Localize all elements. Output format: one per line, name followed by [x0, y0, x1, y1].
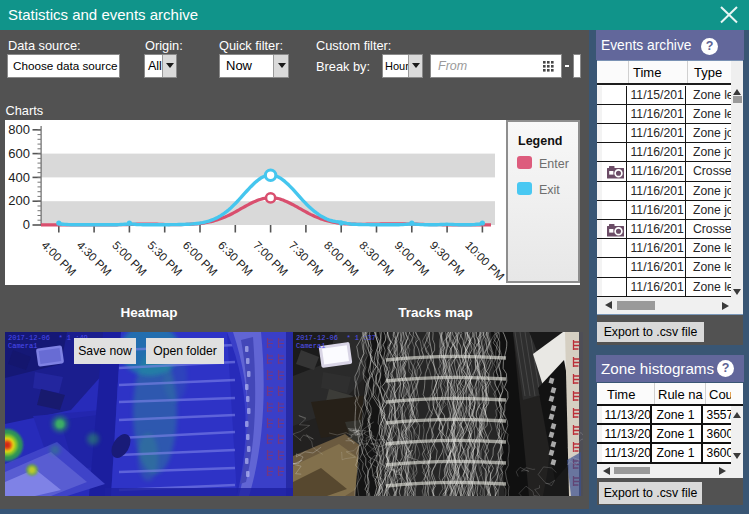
svg-text:Camera1: Camera1	[296, 342, 325, 350]
svg-text:Camera1: Camera1	[8, 342, 37, 350]
svg-text:200: 200	[8, 193, 30, 208]
svg-text:7:30 PM: 7:30 PM	[286, 238, 326, 278]
svg-text:0: 0	[23, 217, 30, 232]
svg-text:600: 600	[8, 146, 30, 161]
svg-text:8:00 PM: 8:00 PM	[322, 238, 362, 278]
svg-text:10:00 PM: 10:00 PM	[463, 238, 507, 282]
svg-text:6:00 PM: 6:00 PM	[181, 238, 221, 278]
svg-text:9:00 PM: 9:00 PM	[392, 238, 432, 278]
svg-text:4:30 PM: 4:30 PM	[75, 238, 115, 278]
svg-text:5:00 PM: 5:00 PM	[110, 238, 150, 278]
svg-text:800: 800	[8, 122, 30, 137]
svg-text:9:30 PM: 9:30 PM	[428, 238, 468, 278]
svg-text:2017-12-06 * 1 :37: 2017-12-06 * 1 :37	[296, 334, 376, 342]
svg-text:8:30 PM: 8:30 PM	[357, 238, 397, 278]
svg-text:7:00 PM: 7:00 PM	[251, 238, 291, 278]
svg-text:400: 400	[8, 170, 30, 185]
svg-text:6:30 PM: 6:30 PM	[216, 238, 256, 278]
svg-text:4:00 PM: 4:00 PM	[39, 238, 79, 278]
svg-text:5:30 PM: 5:30 PM	[145, 238, 185, 278]
